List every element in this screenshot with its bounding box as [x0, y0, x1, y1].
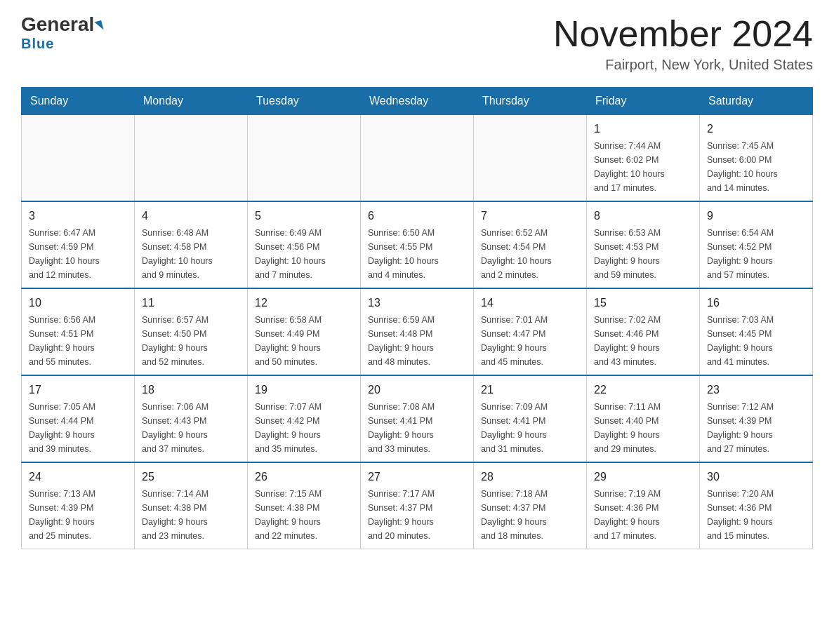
day-info: Sunrise: 7:18 AM Sunset: 4:37 PM Dayligh…	[481, 487, 579, 543]
calendar-day-cell	[248, 115, 361, 202]
calendar-day-cell: 4Sunrise: 6:48 AM Sunset: 4:58 PM Daylig…	[135, 201, 248, 288]
day-number: 9	[707, 208, 805, 224]
calendar-day-cell: 7Sunrise: 6:52 AM Sunset: 4:54 PM Daylig…	[474, 201, 587, 288]
day-info: Sunrise: 7:17 AM Sunset: 4:37 PM Dayligh…	[368, 487, 466, 543]
day-info: Sunrise: 6:54 AM Sunset: 4:52 PM Dayligh…	[707, 226, 805, 282]
day-number: 29	[594, 469, 692, 485]
day-number: 6	[368, 208, 466, 224]
location-title: Fairport, New York, United States	[553, 57, 813, 73]
calendar-day-cell: 15Sunrise: 7:02 AM Sunset: 4:46 PM Dayli…	[587, 288, 700, 375]
day-info: Sunrise: 6:48 AM Sunset: 4:58 PM Dayligh…	[142, 226, 240, 282]
day-number: 19	[255, 382, 353, 398]
day-info: Sunrise: 7:19 AM Sunset: 4:36 PM Dayligh…	[594, 487, 692, 543]
day-info: Sunrise: 7:09 AM Sunset: 4:41 PM Dayligh…	[481, 400, 579, 456]
calendar-day-cell: 30Sunrise: 7:20 AM Sunset: 4:36 PM Dayli…	[700, 462, 813, 549]
page-header: General Blue November 2024 Fairport, New…	[21, 14, 813, 73]
weekday-header-tuesday: Tuesday	[248, 88, 361, 115]
calendar-day-cell: 1Sunrise: 7:44 AM Sunset: 6:02 PM Daylig…	[587, 115, 700, 202]
day-info: Sunrise: 7:44 AM Sunset: 6:02 PM Dayligh…	[594, 139, 692, 195]
calendar-day-cell	[474, 115, 587, 202]
day-info: Sunrise: 6:59 AM Sunset: 4:48 PM Dayligh…	[368, 313, 466, 369]
weekday-header-wednesday: Wednesday	[361, 88, 474, 115]
calendar-day-cell: 6Sunrise: 6:50 AM Sunset: 4:55 PM Daylig…	[361, 201, 474, 288]
month-title: November 2024	[553, 14, 813, 54]
day-number: 7	[481, 208, 579, 224]
calendar-day-cell: 29Sunrise: 7:19 AM Sunset: 4:36 PM Dayli…	[587, 462, 700, 549]
calendar-day-cell: 16Sunrise: 7:03 AM Sunset: 4:45 PM Dayli…	[700, 288, 813, 375]
day-number: 5	[255, 208, 353, 224]
calendar-week-row: 24Sunrise: 7:13 AM Sunset: 4:39 PM Dayli…	[22, 462, 813, 549]
calendar-day-cell: 14Sunrise: 7:01 AM Sunset: 4:47 PM Dayli…	[474, 288, 587, 375]
calendar-week-row: 1Sunrise: 7:44 AM Sunset: 6:02 PM Daylig…	[22, 115, 813, 202]
weekday-header-saturday: Saturday	[700, 88, 813, 115]
day-info: Sunrise: 6:58 AM Sunset: 4:49 PM Dayligh…	[255, 313, 353, 369]
day-info: Sunrise: 7:14 AM Sunset: 4:38 PM Dayligh…	[142, 487, 240, 543]
calendar-day-cell	[135, 115, 248, 202]
day-number: 24	[29, 469, 127, 485]
day-info: Sunrise: 7:11 AM Sunset: 4:40 PM Dayligh…	[594, 400, 692, 456]
calendar-day-cell: 23Sunrise: 7:12 AM Sunset: 4:39 PM Dayli…	[700, 375, 813, 462]
day-info: Sunrise: 7:08 AM Sunset: 4:41 PM Dayligh…	[368, 400, 466, 456]
weekday-header-monday: Monday	[135, 88, 248, 115]
calendar-day-cell: 26Sunrise: 7:15 AM Sunset: 4:38 PM Dayli…	[248, 462, 361, 549]
day-number: 22	[594, 382, 692, 398]
day-number: 2	[707, 121, 805, 137]
day-number: 1	[594, 121, 692, 137]
day-number: 14	[481, 295, 579, 311]
day-info: Sunrise: 6:57 AM Sunset: 4:50 PM Dayligh…	[142, 313, 240, 369]
calendar-day-cell: 11Sunrise: 6:57 AM Sunset: 4:50 PM Dayli…	[135, 288, 248, 375]
day-number: 30	[707, 469, 805, 485]
weekday-header-friday: Friday	[587, 88, 700, 115]
calendar-day-cell: 28Sunrise: 7:18 AM Sunset: 4:37 PM Dayli…	[474, 462, 587, 549]
day-number: 13	[368, 295, 466, 311]
logo-blue: Blue	[21, 36, 54, 52]
calendar-day-cell: 27Sunrise: 7:17 AM Sunset: 4:37 PM Dayli…	[361, 462, 474, 549]
calendar-week-row: 3Sunrise: 6:47 AM Sunset: 4:59 PM Daylig…	[22, 201, 813, 288]
day-number: 4	[142, 208, 240, 224]
calendar-day-cell: 13Sunrise: 6:59 AM Sunset: 4:48 PM Dayli…	[361, 288, 474, 375]
day-info: Sunrise: 7:45 AM Sunset: 6:00 PM Dayligh…	[707, 139, 805, 195]
day-info: Sunrise: 7:13 AM Sunset: 4:39 PM Dayligh…	[29, 487, 127, 543]
day-info: Sunrise: 6:50 AM Sunset: 4:55 PM Dayligh…	[368, 226, 466, 282]
day-number: 18	[142, 382, 240, 398]
day-number: 20	[368, 382, 466, 398]
day-number: 12	[255, 295, 353, 311]
day-info: Sunrise: 7:05 AM Sunset: 4:44 PM Dayligh…	[29, 400, 127, 456]
day-info: Sunrise: 7:02 AM Sunset: 4:46 PM Dayligh…	[594, 313, 692, 369]
day-number: 26	[255, 469, 353, 485]
calendar-day-cell: 2Sunrise: 7:45 AM Sunset: 6:00 PM Daylig…	[700, 115, 813, 202]
calendar-week-row: 10Sunrise: 6:56 AM Sunset: 4:51 PM Dayli…	[22, 288, 813, 375]
weekday-header-thursday: Thursday	[474, 88, 587, 115]
day-info: Sunrise: 6:47 AM Sunset: 4:59 PM Dayligh…	[29, 226, 127, 282]
day-info: Sunrise: 6:49 AM Sunset: 4:56 PM Dayligh…	[255, 226, 353, 282]
day-info: Sunrise: 7:03 AM Sunset: 4:45 PM Dayligh…	[707, 313, 805, 369]
day-info: Sunrise: 6:56 AM Sunset: 4:51 PM Dayligh…	[29, 313, 127, 369]
calendar-day-cell	[22, 115, 135, 202]
day-info: Sunrise: 7:15 AM Sunset: 4:38 PM Dayligh…	[255, 487, 353, 543]
day-number: 27	[368, 469, 466, 485]
calendar-day-cell: 20Sunrise: 7:08 AM Sunset: 4:41 PM Dayli…	[361, 375, 474, 462]
calendar-day-cell: 24Sunrise: 7:13 AM Sunset: 4:39 PM Dayli…	[22, 462, 135, 549]
logo-area: General Blue	[21, 14, 102, 52]
day-number: 3	[29, 208, 127, 224]
calendar-week-row: 17Sunrise: 7:05 AM Sunset: 4:44 PM Dayli…	[22, 375, 813, 462]
calendar-day-cell: 9Sunrise: 6:54 AM Sunset: 4:52 PM Daylig…	[700, 201, 813, 288]
day-number: 10	[29, 295, 127, 311]
calendar-table: SundayMondayTuesdayWednesdayThursdayFrid…	[21, 87, 813, 549]
calendar-day-cell: 21Sunrise: 7:09 AM Sunset: 4:41 PM Dayli…	[474, 375, 587, 462]
calendar-day-cell: 22Sunrise: 7:11 AM Sunset: 4:40 PM Dayli…	[587, 375, 700, 462]
day-info: Sunrise: 7:12 AM Sunset: 4:39 PM Dayligh…	[707, 400, 805, 456]
weekday-header-sunday: Sunday	[22, 88, 135, 115]
day-number: 16	[707, 295, 805, 311]
title-area: November 2024 Fairport, New York, United…	[553, 14, 813, 73]
calendar-day-cell: 12Sunrise: 6:58 AM Sunset: 4:49 PM Dayli…	[248, 288, 361, 375]
calendar-day-cell: 25Sunrise: 7:14 AM Sunset: 4:38 PM Dayli…	[135, 462, 248, 549]
day-info: Sunrise: 6:52 AM Sunset: 4:54 PM Dayligh…	[481, 226, 579, 282]
calendar-day-cell	[361, 115, 474, 202]
day-number: 15	[594, 295, 692, 311]
weekday-header-row: SundayMondayTuesdayWednesdayThursdayFrid…	[22, 88, 813, 115]
day-info: Sunrise: 7:07 AM Sunset: 4:42 PM Dayligh…	[255, 400, 353, 456]
day-number: 25	[142, 469, 240, 485]
day-number: 23	[707, 382, 805, 398]
calendar-day-cell: 8Sunrise: 6:53 AM Sunset: 4:53 PM Daylig…	[587, 201, 700, 288]
